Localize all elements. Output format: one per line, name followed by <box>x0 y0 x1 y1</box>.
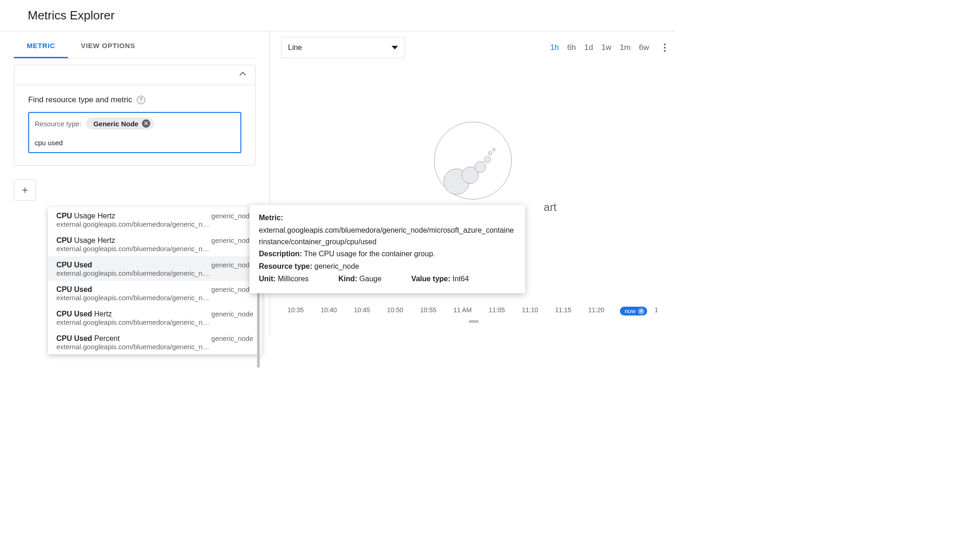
metric-filter-input[interactable]: Resource type: Generic Node ✕ cpu used <box>28 112 241 153</box>
metric-full-path: external.googleapis.com/bluemedora/gener… <box>259 225 516 248</box>
timeline-scrollbar[interactable] <box>469 320 479 323</box>
time-range-1m[interactable]: 1m <box>620 43 631 52</box>
resource-type-value: generic_node <box>211 285 253 293</box>
resource-type-chip[interactable]: Generic Node ✕ <box>86 117 154 130</box>
metric-option[interactable]: CPU Used Percent generic_node external.g… <box>48 330 262 354</box>
x-tick: 10:45 <box>354 306 370 314</box>
x-tick: 10:40 <box>321 306 337 314</box>
time-range-6w[interactable]: 6w <box>639 43 649 52</box>
more-icon[interactable] <box>658 43 666 52</box>
metric-path: external.googleapis.com/bluemedora/gener… <box>56 220 253 228</box>
tab-metric[interactable]: METRIC <box>14 31 68 58</box>
x-tick: 11:15 <box>555 306 571 314</box>
metric-path: external.googleapis.com/bluemedora/gener… <box>56 343 253 351</box>
x-tick: 10:55 <box>420 306 436 314</box>
svg-point-3 <box>484 156 491 163</box>
time-range-1h[interactable]: 1h <box>550 43 559 52</box>
x-tick: 11:05 <box>489 306 505 314</box>
x-axis: 10:35 10:40 10:45 10:50 10:55 11 AM 11:0… <box>285 306 661 314</box>
find-metric-label: Find resource type and metric ? <box>28 95 241 105</box>
metric-path: external.googleapis.com/bluemedora/gener… <box>56 294 253 302</box>
metric-path: external.googleapis.com/bluemedora/gener… <box>56 318 253 326</box>
help-icon[interactable]: ? <box>137 96 145 104</box>
caret-down-icon <box>392 46 398 49</box>
tabs: METRIC VIEW OPTIONS <box>14 31 256 58</box>
metric-detail-tooltip: Metric: external.googleapis.com/bluemedo… <box>250 205 525 293</box>
close-icon[interactable]: ✕ <box>638 308 644 315</box>
placeholder-text-fragment: art <box>544 201 557 214</box>
time-range-1d[interactable]: 1d <box>584 43 593 52</box>
chip-text: Generic Node <box>93 120 139 128</box>
add-filter-button[interactable]: + <box>14 179 36 201</box>
bubbles-icon <box>434 122 512 199</box>
time-range-1w[interactable]: 1w <box>601 43 612 52</box>
time-range-6h[interactable]: 6h <box>567 43 576 52</box>
metric-option[interactable]: CPU Used Hertz generic_node external.goo… <box>48 305 262 330</box>
chart-type-label: Line <box>288 43 302 52</box>
chevron-up-icon[interactable] <box>239 72 246 78</box>
metric-option[interactable]: CPU Used generic_node external.googleapi… <box>48 256 262 281</box>
x-tick: 11:20 <box>588 306 605 314</box>
x-tick: 11 AM <box>453 306 472 314</box>
time-range-picker: 1h 6h 1d 1w 1m 6w <box>550 43 649 52</box>
x-tick: 1 <box>655 306 658 314</box>
metric-option[interactable]: CPU Used generic_node external.googleapi… <box>48 281 262 305</box>
chart-type-select[interactable]: Line <box>281 37 405 58</box>
resource-type-value: generic_node <box>211 310 253 318</box>
metric-suggestions: CPU Usage Hertz generic_node external.go… <box>48 207 262 354</box>
x-tick: 11:10 <box>522 306 538 314</box>
metric-search-text[interactable]: cpu used <box>35 139 235 147</box>
svg-point-5 <box>492 148 495 151</box>
tab-view-options[interactable]: VIEW OPTIONS <box>68 31 148 58</box>
now-label: now <box>625 308 636 315</box>
resource-type-value: generic_node <box>211 261 253 269</box>
x-tick: 10:35 <box>288 306 304 314</box>
close-icon[interactable]: ✕ <box>142 119 150 128</box>
metric-path: external.googleapis.com/bluemedora/gener… <box>56 245 253 253</box>
metric-option[interactable]: CPU Usage Hertz generic_node external.go… <box>48 207 262 232</box>
now-chip[interactable]: now ✕ <box>620 307 647 315</box>
resource-type-value: generic_node <box>211 334 253 342</box>
svg-point-4 <box>489 151 492 155</box>
resource-type-value: generic_node <box>211 236 253 244</box>
metric-card: Find resource type and metric ? Resource… <box>14 65 256 166</box>
metric-option[interactable]: CPU Usage Hertz generic_node external.go… <box>48 232 262 256</box>
svg-point-2 <box>475 161 486 173</box>
x-tick: 10:50 <box>387 306 403 314</box>
find-metric-text: Find resource type and metric <box>28 95 132 105</box>
page-title: Metrics Explorer <box>28 8 675 23</box>
metric-path: external.googleapis.com/bluemedora/gener… <box>56 269 253 277</box>
resource-type-value: generic_node <box>211 212 253 220</box>
resource-type-label: Resource type: <box>35 120 81 128</box>
